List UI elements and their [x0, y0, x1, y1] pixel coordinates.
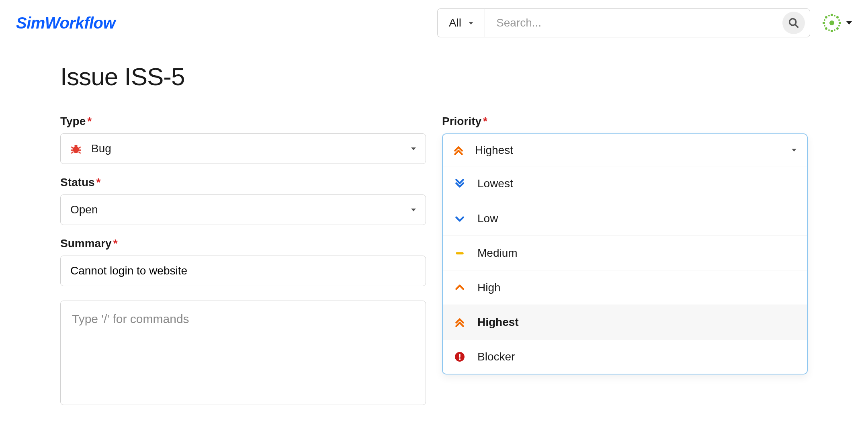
priority-option-label: Lowest [477, 177, 513, 190]
dash-icon [453, 248, 466, 258]
caret-down-icon [469, 22, 473, 25]
priority-selected-row[interactable]: Highest [443, 134, 807, 166]
priority-option-list: LowestLowMediumHighHighestBlocker [443, 166, 807, 374]
priority-option-label: Highest [477, 316, 519, 329]
chevron-down-icon [453, 213, 466, 224]
search-filter-select[interactable]: All [437, 8, 485, 37]
summary-label: Summary* [60, 237, 426, 250]
svg-point-29 [838, 25, 840, 27]
priority-option[interactable]: Lowest [443, 166, 807, 201]
exclaim-circle-icon [453, 352, 466, 362]
priority-option-label: High [477, 281, 501, 294]
chevron-up-icon [453, 282, 466, 293]
caret-down-icon [411, 209, 416, 211]
priority-option[interactable]: Blocker [443, 339, 807, 374]
svg-point-27 [824, 25, 825, 27]
svg-point-18 [825, 16, 827, 18]
priority-select-open[interactable]: Highest LowestLowMediumHighHighestBlocke… [442, 133, 808, 374]
summary-field-wrap [60, 256, 426, 286]
priority-label: Priority* [442, 115, 808, 128]
priority-option-label: Low [477, 212, 498, 225]
status-select[interactable]: Open [60, 194, 426, 225]
svg-point-17 [839, 22, 841, 24]
priority-option-label: Blocker [477, 350, 515, 363]
search-button[interactable] [782, 12, 805, 34]
status-label: Status* [60, 176, 426, 189]
svg-point-26 [824, 19, 825, 21]
svg-point-20 [825, 27, 827, 30]
svg-point-25 [834, 29, 835, 31]
svg-point-14 [831, 14, 833, 16]
type-value: Bug [91, 142, 411, 155]
caret-down-icon [411, 147, 416, 150]
required-marker: * [96, 176, 101, 188]
issue-form: Type* Bug Status* Open Summary* [60, 115, 808, 405]
svg-point-22 [828, 15, 830, 16]
type-select[interactable]: Bug [60, 133, 426, 164]
svg-point-24 [828, 29, 830, 31]
user-menu[interactable] [821, 12, 852, 33]
search-box [485, 8, 810, 37]
caret-down-icon [846, 21, 852, 25]
double-chevron-down-icon [453, 178, 466, 189]
svg-point-16 [823, 22, 825, 24]
main-content: Issue ISS-5 Type* Bug Status* Open [0, 46, 868, 405]
bug-icon [70, 143, 82, 154]
svg-point-21 [836, 27, 839, 30]
priority-option[interactable]: Medium [443, 235, 807, 270]
required-marker: * [87, 115, 92, 127]
app-header: SimWorkflow All [0, 0, 868, 46]
required-marker: * [483, 115, 487, 127]
priority-option[interactable]: High [443, 270, 807, 305]
priority-option-label: Medium [477, 247, 518, 260]
search-filter-label: All [449, 16, 461, 29]
summary-input[interactable] [70, 264, 416, 277]
priority-option[interactable]: Highest [443, 305, 807, 339]
priority-value: Highest [475, 144, 792, 157]
svg-point-23 [834, 15, 835, 16]
priority-option[interactable]: Low [443, 201, 807, 235]
svg-point-19 [836, 16, 839, 18]
svg-point-15 [831, 30, 833, 32]
search-input[interactable] [496, 16, 782, 29]
description-editor[interactable]: Type '/' for commands [60, 301, 426, 405]
brand-logo[interactable]: SimWorkflow [16, 14, 115, 32]
avatar-icon [821, 12, 842, 33]
double-chevron-up-icon [453, 317, 466, 327]
status-value: Open [70, 203, 411, 216]
search-group: All [437, 8, 810, 37]
editor-placeholder: Type '/' for commands [72, 312, 414, 326]
double-chevron-up-icon [453, 145, 464, 156]
search-icon [788, 17, 799, 29]
svg-point-13 [829, 20, 834, 25]
svg-point-28 [838, 19, 840, 21]
required-marker: * [113, 237, 118, 250]
page-title: Issue ISS-5 [60, 62, 808, 91]
caret-down-icon [792, 149, 796, 151]
type-label: Type* [60, 115, 426, 128]
